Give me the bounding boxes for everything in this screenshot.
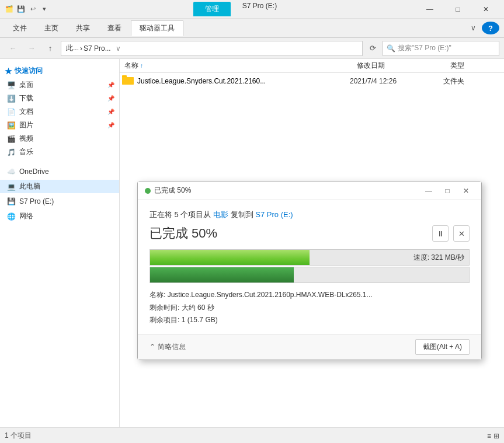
music-label: 音乐	[19, 147, 33, 157]
quick-access-icon: 🗂️	[5, 5, 14, 14]
items-row: 剩余项目: 1 (15.7 GB)	[150, 314, 470, 327]
help-chevron[interactable]: ∨	[466, 22, 481, 34]
progress-container: 速度: 321 MB/秒	[150, 249, 470, 283]
ribbon: 文件 主页 共享 查看 驱动器工具 ∨ ?	[0, 19, 504, 38]
sidebar-item-videos[interactable]: 🎬 视频	[0, 132, 119, 145]
up-button[interactable]: ↑	[42, 40, 58, 57]
active-ribbon-tab[interactable]: 管理	[193, 2, 231, 16]
search-icon: 🔍	[387, 44, 395, 53]
document-icon: 📄	[7, 108, 16, 116]
dropdown-icon[interactable]: ▾	[40, 5, 49, 14]
minimize-button[interactable]: —	[416, 0, 443, 19]
title-bar: 🗂️ 💾 ↩ ▾ 管理 S7 Pro (E:) — □ ✕	[0, 0, 504, 19]
address-input[interactable]: 此... › S7 Pro... ∨	[61, 41, 363, 56]
dialog-status-dot	[145, 188, 151, 194]
time-row: 剩余时间: 大约 60 秒	[150, 302, 470, 315]
window-title: S7 Pro (E:)	[242, 2, 277, 16]
copy-dialog: 已完成 50% — □ ✕ 正在将 5 个项目从 电影 复制到 S7 Pro (…	[137, 181, 482, 360]
speed-label: 速度: 321 MB/秒	[413, 253, 464, 263]
column-header: 名称 ↑ 修改日期 类型	[120, 59, 504, 73]
search-box[interactable]: 🔍 搜索"S7 Pro (E:)"	[383, 41, 499, 56]
dialog-body: 正在将 5 个项目从 电影 复制到 S7 Pro (E:) 已完成 50% ⏸ …	[138, 200, 481, 334]
this-pc-label: 此电脑	[19, 182, 40, 191]
dialog-minimize-button[interactable]: —	[420, 184, 437, 197]
tab-view[interactable]: 查看	[99, 21, 130, 36]
cancel-button[interactable]: ✕	[453, 225, 470, 242]
table-row[interactable]: Justice.League.Snyders.Cut.2021.2160... …	[120, 73, 504, 89]
ribbon-tabs: 文件 主页 共享 查看 驱动器工具 ∨ ?	[0, 19, 504, 37]
refresh-button[interactable]: ⟳	[365, 41, 380, 56]
items-label: 剩余项目:	[150, 316, 179, 324]
sidebar-item-network[interactable]: 🌐 网络	[0, 210, 119, 223]
forward-button[interactable]: →	[23, 40, 40, 57]
col-type-header[interactable]: 类型	[446, 61, 504, 71]
copy-to-link[interactable]: S7 Pro (E:)	[255, 210, 293, 219]
sort-arrow: ↑	[140, 62, 143, 69]
items-value: 1 (15.7 GB)	[182, 316, 218, 324]
path-arrow: ›	[80, 44, 82, 53]
back-button[interactable]: ←	[5, 40, 21, 57]
window-controls: — □ ✕	[416, 0, 499, 19]
copy-status-mid: 复制到	[231, 210, 256, 219]
download-icon: ⬇️	[7, 95, 16, 103]
time-label: 剩余时间:	[150, 304, 179, 312]
sidebar-item-documents[interactable]: 📄 文档 📌	[0, 105, 119, 118]
file-name-label: 名称:	[150, 291, 165, 299]
music-icon: 🎵	[7, 148, 16, 156]
close-button[interactable]: ✕	[472, 0, 499, 19]
dialog-title-bar: 已完成 50% — □ ✕	[138, 182, 481, 200]
copy-status-prefix: 正在将 5 个项目从	[150, 210, 213, 219]
path-current: S7 Pro...	[84, 44, 111, 53]
pin-icon2: 📌	[107, 95, 114, 102]
grid-view-icon[interactable]: ⊞	[493, 432, 499, 440]
tab-file[interactable]: 文件	[5, 21, 35, 36]
screenshot-button[interactable]: 截图(Alt + A)	[415, 339, 470, 355]
sidebar-item-this-pc[interactable]: 💻 此电脑	[0, 180, 119, 193]
chevron-up-icon: ⌃	[150, 343, 155, 351]
progress-bar-2	[150, 267, 470, 283]
list-view-icon[interactable]: ≡	[487, 432, 491, 440]
dialog-percent: 已完成 50%	[150, 225, 432, 242]
maximize-button[interactable]: □	[444, 0, 471, 19]
svg-rect-2	[122, 77, 134, 85]
sidebar-item-s7pro[interactable]: 💾 S7 Pro (E:)	[0, 196, 119, 207]
dialog-close-button[interactable]: ✕	[458, 184, 474, 197]
item-count: 1 个项目	[5, 431, 32, 441]
sidebar-item-music[interactable]: 🎵 音乐	[0, 145, 119, 159]
sidebar-item-pictures[interactable]: 🖼️ 图片 📌	[0, 118, 119, 132]
file-date: 2021/7/4 12:26	[350, 77, 443, 85]
quick-access-label: 快速访问	[15, 66, 43, 76]
title-center: 管理 S7 Pro (E:)	[54, 2, 416, 16]
pin-icon3: 📌	[107, 109, 114, 115]
help-button[interactable]: ?	[482, 22, 499, 34]
progress-bar-1: 速度: 321 MB/秒	[150, 249, 470, 266]
col-name-header[interactable]: 名称 ↑	[120, 61, 352, 71]
sidebar-item-onedrive[interactable]: ☁️ OneDrive	[0, 166, 119, 177]
dialog-title: 已完成 50%	[154, 186, 417, 196]
path-chevron[interactable]: ∨	[116, 44, 121, 53]
sidebar-item-download[interactable]: ⬇️ 下载 📌	[0, 92, 119, 105]
file-name: Justice.League.Snyders.Cut.2021.2160...	[137, 77, 266, 85]
tab-home[interactable]: 主页	[36, 21, 67, 36]
tab-drive-tools[interactable]: 驱动器工具	[131, 20, 183, 36]
dialog-maximize-button[interactable]: □	[439, 184, 456, 197]
quick-access-header: ★ 快速访问	[0, 64, 119, 78]
folder-icon	[122, 75, 134, 87]
file-type: 文件夹	[443, 76, 502, 86]
network-icon: 🌐	[7, 212, 16, 221]
onedrive-label: OneDrive	[19, 168, 49, 176]
documents-label: 文档	[19, 107, 33, 117]
pin-icon: 📌	[107, 82, 114, 88]
undo-icon[interactable]: ↩	[28, 5, 37, 14]
col-date-header[interactable]: 修改日期	[352, 61, 446, 71]
toggle-details-button[interactable]: ⌃ 简略信息	[150, 342, 186, 352]
desktop-label: 桌面	[19, 80, 33, 90]
network-label: 网络	[19, 211, 33, 221]
tab-share[interactable]: 共享	[68, 21, 98, 36]
copy-from-link[interactable]: 电影	[213, 210, 228, 219]
download-label: 下载	[19, 93, 33, 103]
desktop-icon: 🖥️	[7, 81, 16, 89]
pause-button[interactable]: ⏸	[432, 225, 449, 242]
save-icon[interactable]: 💾	[16, 5, 26, 14]
sidebar-item-desktop[interactable]: 🖥️ 桌面 📌	[0, 78, 119, 92]
